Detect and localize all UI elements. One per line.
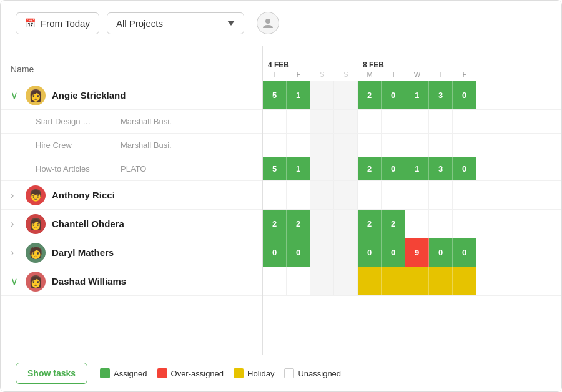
legend-label-assigned: Assigned (114, 369, 147, 378)
person-name-dashad: Dashad Williams (52, 276, 126, 287)
cal-cell-5-4: 2 (358, 210, 382, 238)
chevron-daryl[interactable]: › (11, 247, 23, 258)
legend-label-unassigned: Unassigned (298, 369, 341, 378)
cal-cell-4-7 (429, 181, 453, 209)
cal-cell-0-5: 0 (382, 81, 405, 109)
cal-cell-6-4: 0 (358, 238, 382, 267)
day-label-S2: S (334, 71, 358, 81)
cal-cell-6-7: 0 (429, 238, 453, 267)
cal-cell-2-7 (429, 134, 453, 157)
cal-cell-1-5 (382, 110, 405, 133)
legend-holiday: Holiday (234, 368, 274, 378)
cal-row-6: 0000900 (263, 238, 561, 267)
legend-assigned: Assigned (100, 368, 147, 378)
footer: Show tasks Assigned Over-assigned Holida… (1, 355, 561, 391)
day-label-T1: T (263, 71, 287, 81)
day-label-S1: S (310, 71, 334, 81)
avatar-angie: 👩 (26, 86, 46, 105)
all-projects-label: All Projects (116, 18, 163, 29)
cal-cell-2-2 (310, 134, 334, 157)
cal-cell-4-5 (382, 181, 405, 209)
cal-cell-6-8: 0 (453, 238, 476, 267)
cal-cell-3-3 (334, 157, 358, 180)
person-name-daryl: Daryl Mathers (52, 247, 114, 258)
chevron-dashad[interactable]: ∨ (11, 275, 23, 287)
cal-row-1 (263, 110, 561, 134)
task-project-1: Marshall Busi. (121, 140, 172, 150)
main-container: 📅 From Today All Projects Name ∨ 👩 Angie (0, 0, 562, 392)
person-row-angie[interactable]: ∨ 👩 Angie Strickland (1, 81, 262, 110)
cal-cell-4-2 (310, 181, 334, 209)
chevron-anthony[interactable]: › (11, 190, 23, 201)
cal-row-7 (263, 267, 561, 296)
cal-row-3: 5120130 (263, 157, 561, 181)
cal-cell-1-6 (405, 110, 429, 133)
day-label-W: W (405, 71, 429, 81)
cal-cell-1-3 (334, 110, 358, 133)
cal-cell-2-3 (334, 134, 358, 157)
day-label-T3: T (429, 71, 453, 81)
cal-cell-6-2 (310, 238, 334, 267)
avatar-daryl: 🧑 (26, 243, 46, 263)
cal-cell-0-7: 3 (429, 81, 453, 109)
cal-cell-1-8 (453, 110, 476, 133)
cal-cell-5-3 (334, 210, 358, 238)
cal-cell-6-6: 9 (405, 238, 429, 267)
cal-cell-7-6 (405, 267, 429, 295)
cal-cell-7-0 (263, 267, 287, 295)
legend-label-overassigned: Over-assigned (171, 369, 224, 378)
task-name-1: Hire Crew (36, 140, 111, 150)
person-name-anthony: Anthony Ricci (52, 190, 115, 200)
cal-cell-4-8 (453, 181, 476, 209)
cal-cell-0-8: 0 (453, 81, 476, 109)
cal-cell-2-6 (405, 134, 429, 157)
person-name-angie: Angie Strickland (52, 90, 126, 100)
cal-cell-5-8 (453, 210, 476, 238)
day-labels-group-1: T F S S (263, 71, 358, 81)
main-content: Name ∨ 👩 Angie Strickland Start Design …… (1, 46, 561, 355)
cal-cell-5-6 (405, 210, 429, 238)
cal-cell-6-0: 0 (263, 238, 287, 267)
user-profile-button[interactable] (257, 12, 279, 34)
cal-cell-4-0 (263, 181, 287, 209)
calendar-icon: 📅 (25, 18, 36, 28)
cal-cell-1-1 (287, 110, 310, 133)
legend-box-unassigned (284, 368, 294, 378)
day-label-F2: F (453, 71, 476, 81)
cal-cell-5-1: 2 (287, 210, 310, 238)
date-group-1-label: 4 FEB (263, 61, 358, 71)
cal-cell-6-1: 0 (287, 238, 310, 267)
from-today-button[interactable]: 📅 From Today (16, 12, 99, 34)
chevron-angie[interactable]: ∨ (11, 89, 23, 101)
legend-box-overassigned (157, 368, 167, 378)
chevron-chantell[interactable]: › (11, 218, 23, 230)
cal-cell-2-4 (358, 134, 382, 157)
legend-box-holiday (234, 368, 244, 378)
cal-cell-4-4 (358, 181, 382, 209)
cal-cell-2-0 (263, 134, 287, 157)
task-row-angie-1: Hire Crew Marshall Busi. (1, 134, 262, 157)
cal-cell-2-1 (287, 134, 310, 157)
person-row-daryl[interactable]: › 🧑 Daryl Mathers (1, 238, 262, 267)
person-row-chantell[interactable]: › 👩 Chantell Ohdera (1, 210, 262, 238)
day-label-T2: T (382, 71, 405, 81)
cal-cell-0-3 (334, 81, 358, 109)
cal-cell-3-7: 3 (429, 157, 453, 180)
date-group-2-label: 8 FEB (358, 61, 476, 71)
show-tasks-button[interactable]: Show tasks (16, 363, 87, 384)
cal-cell-3-4: 2 (358, 157, 382, 180)
cal-cell-2-5 (382, 134, 405, 157)
svg-point-0 (265, 19, 270, 24)
legend-overassigned: Over-assigned (157, 368, 224, 378)
user-icon (262, 17, 274, 29)
legend-unassigned: Unassigned (284, 368, 341, 378)
task-name-0: Start Design … (36, 117, 111, 126)
cal-cell-4-6 (405, 181, 429, 209)
person-row-anthony[interactable]: › 👦 Anthony Ricci (1, 181, 262, 210)
cal-cell-3-5: 0 (382, 157, 405, 180)
task-row-angie-0: Start Design … Marshall Busi. (1, 110, 262, 134)
person-row-dashad[interactable]: ∨ 👩 Dashad Williams (1, 267, 262, 296)
cal-row-0: 5120130 (263, 81, 561, 110)
person-name-chantell: Chantell Ohdera (52, 218, 124, 229)
all-projects-dropdown[interactable]: All Projects (107, 12, 244, 34)
